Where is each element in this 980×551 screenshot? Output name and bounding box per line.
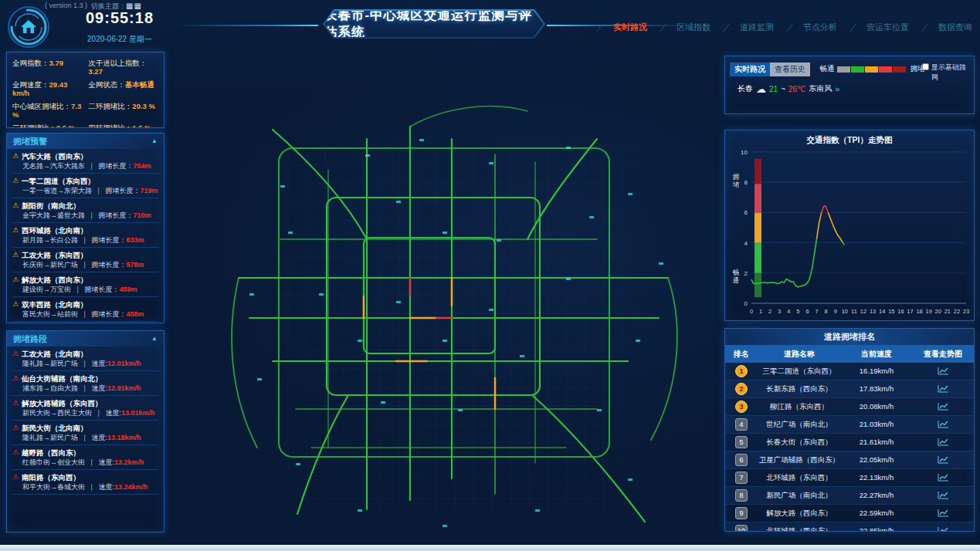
road-name: 长春大街（东向西） <box>758 434 841 451</box>
road-name: 柳江路（东向西） <box>758 398 841 415</box>
congested-list-item[interactable]: ⚠ 仙台大街辅路（南向北） 浦东路→自由大路 | 速度:12.91km/h <box>12 371 158 396</box>
trend-chart-icon[interactable] <box>912 367 974 376</box>
tpi-line-chart: 0246810012345678910111213141516171819202… <box>725 146 974 319</box>
speed-value: 12.91km/h <box>107 384 141 392</box>
congestion-warning-panel: 拥堵预警 ▲ ⚠ 汽车大路（西向东） 无名路→汽车大路东 | 拥堵长度：754m… <box>6 133 164 323</box>
warning-list-item[interactable]: ⚠ 西环城路（北向南） 新月路→长白公路 | 拥堵长度：633m <box>12 223 158 248</box>
segment: 无名路→汽车大路东 <box>22 162 85 170</box>
table-body: 1 三零二国道（东向西） 16.19km/h 2 长新东路（西向东） 17.83… <box>725 363 974 532</box>
page-title: 长春市-中心城区交通运行监测与评估系统 <box>324 7 544 41</box>
warning-list-item[interactable]: ⚠ 解放大路（西向东） 建设街→万宝街 | 拥堵长度：459m <box>12 272 158 297</box>
main-nav: 实时路况 区域指数 道路监测 节点分析 营运车位置 数据查询 <box>599 22 972 33</box>
table-row: 5 长春大街（东向西） 21.61km/h <box>725 434 974 451</box>
warning-icon: ⚠ <box>12 152 19 161</box>
trend-chart-icon[interactable] <box>912 473 974 482</box>
roadview-tab[interactable]: 查看历史 <box>770 63 810 76</box>
trend-chart-icon[interactable] <box>912 526 974 532</box>
svg-text:14: 14 <box>879 308 885 315</box>
nav-item[interactable]: 营运车位置 <box>853 22 909 33</box>
svg-text:8: 8 <box>825 308 828 315</box>
legend-color-box <box>837 66 850 73</box>
warning-icon: ⚠ <box>12 300 19 309</box>
city-map[interactable] <box>164 46 724 545</box>
segment: 一零一省道→东荣大路 <box>22 187 92 194</box>
basemap-toggle[interactable]: 显示基础路网 <box>922 63 970 83</box>
svg-text:20: 20 <box>935 308 941 315</box>
segment: 新月路→长白公路 <box>22 236 78 244</box>
jam-warning-icon: ⚠ <box>12 399 19 407</box>
warning-list-item[interactable]: ⚠ 新阳街（南向北） 金宇大路→盛世大路 | 拥堵长度：710m <box>12 198 158 223</box>
table-row: 3 柳江路（东向西） 20.08km/h <box>725 398 974 416</box>
svg-text:15: 15 <box>888 308 894 315</box>
svg-text:10: 10 <box>842 308 848 315</box>
collapse-icon[interactable]: ▲ <box>151 331 158 346</box>
segment: 红领巾街→创业大街 <box>22 458 85 466</box>
table-row: 8 新民广场（南向北） 22.27km/h <box>725 487 974 505</box>
trend-chart-icon[interactable] <box>912 420 974 429</box>
home-icon <box>21 20 36 33</box>
warning-icon: ⚠ <box>12 226 19 235</box>
congestion-length: 719m <box>140 187 158 194</box>
trend-chart-icon[interactable] <box>912 438 974 447</box>
stat-cell: 二环拥堵比：20.3 % <box>88 100 158 121</box>
road-name: 双丰西路（北向南） <box>22 300 88 309</box>
panel-title: 拥堵路段 <box>13 331 47 346</box>
collapse-icon[interactable]: ▲ <box>151 134 158 149</box>
jam-warning-icon: ⚠ <box>12 473 19 482</box>
congested-list-item[interactable]: ⚠ 解放大路辅路（东向西） 新民大街→西民主大街 | 速度:13.01km/h <box>12 396 158 421</box>
speed-value: 13.18km/h <box>107 434 141 441</box>
weather-more-icon[interactable]: » <box>835 84 839 93</box>
congestion-length: 754m <box>133 162 151 170</box>
trend-chart-icon[interactable] <box>912 384 974 394</box>
congested-list-item[interactable]: ⚠ 越野路（西向东） 红领巾街→创业大街 | 速度:13.2km/h <box>12 445 158 470</box>
traffic-legend: 畅通 拥堵 <box>819 64 924 74</box>
panel-title: 拥堵预警 <box>13 134 47 149</box>
trend-chart-icon[interactable] <box>912 402 974 411</box>
congested-list-item[interactable]: ⚠ 新民大街（北向南） 隆礼路→新民广场 | 速度:13.18km/h <box>12 421 158 445</box>
nav-item[interactable]: 道路监测 <box>726 22 774 33</box>
app-title-banner: 长春市-中心城区交通运行监测与评估系统 <box>323 9 545 39</box>
horizontal-scrollbar[interactable] <box>0 545 980 551</box>
trend-chart-icon[interactable] <box>912 491 974 500</box>
nav-item[interactable]: 区域指数 <box>663 22 710 33</box>
svg-text:6: 6 <box>805 308 809 315</box>
congested-list-item[interactable]: ⚠ 南阳路（东向西） 和平大街→春城大街 | 速度:13.24km/h <box>12 470 158 495</box>
slow-roads <box>364 278 495 409</box>
table-header-row: 排名道路名称当前速度查看走势图 <box>725 345 974 363</box>
svg-text:9: 9 <box>834 308 837 315</box>
rank-badge: 10 <box>735 525 748 532</box>
road-name: 三零二国道（东向西） <box>758 363 841 380</box>
nav-item[interactable]: 实时路况 <box>599 22 647 33</box>
congested-list-item[interactable]: ⚠ 工农大路（北向南） 隆礼路→新民广场 | 速度:12.01km/h <box>12 346 158 371</box>
jam-warning-icon: ⚠ <box>12 424 19 432</box>
jam-warning-icon: ⚠ <box>12 350 19 358</box>
rank-badge: 6 <box>735 454 748 466</box>
segment: 隆礼路→新民广场 <box>22 434 78 441</box>
warning-list-item[interactable]: ⚠ 汽车大路（西向东） 无名路→汽车大路东 | 拥堵长度：754m <box>12 149 158 174</box>
svg-text:3: 3 <box>778 308 781 315</box>
home-logo[interactable] <box>6 5 51 49</box>
rank-badge: 7 <box>735 472 748 484</box>
jam-roads <box>410 278 452 318</box>
tpi-trend-panel: 交通指数（TPI）走势图 024681001234567891011121314… <box>724 130 975 321</box>
svg-text:16: 16 <box>897 308 904 315</box>
column-header: 查看走势图 <box>912 345 974 363</box>
table-row: 4 世纪广场（南向北） 21.03km/h <box>725 416 974 434</box>
warning-list-item[interactable]: ⚠ 吉林大路（东向西） 临河街→亚泰大街 | 拥堵长度：455m <box>12 322 158 323</box>
stat-cell: 四环拥堵比：1.5 % <box>88 121 158 128</box>
warning-list-item[interactable]: ⚠ 双丰西路（北向南） 富民大街→站前街 | 拥堵长度：458m <box>12 297 158 322</box>
trend-chart-icon[interactable] <box>912 509 974 518</box>
nav-item[interactable]: 数据查询 <box>924 22 972 33</box>
trend-chart-icon[interactable] <box>912 455 974 465</box>
table-row: 2 长新东路（西向东） 17.83km/h <box>725 380 974 398</box>
svg-text:0: 0 <box>750 308 753 315</box>
stat-cell: 全网速度：29.43 km/h <box>12 78 85 100</box>
stat-cell: 次干道以上指数：3.27 <box>88 56 158 78</box>
warning-list-item[interactable]: ⚠ 一零二国道（东向西） 一零一省道→东荣大路 | 拥堵长度：719m <box>12 174 158 198</box>
congestion-length: 578m <box>126 261 144 269</box>
road-name: 解放大路（西向东） <box>758 505 841 522</box>
nav-item[interactable]: 节点分析 <box>789 22 837 33</box>
warning-list-item[interactable]: ⚠ 工农大路（东向西） 长庆街→新民广场 | 拥堵长度：578m <box>12 248 158 272</box>
roadview-tab[interactable]: 实时路况 <box>730 63 770 76</box>
basemap-checkbox[interactable] <box>922 63 929 70</box>
